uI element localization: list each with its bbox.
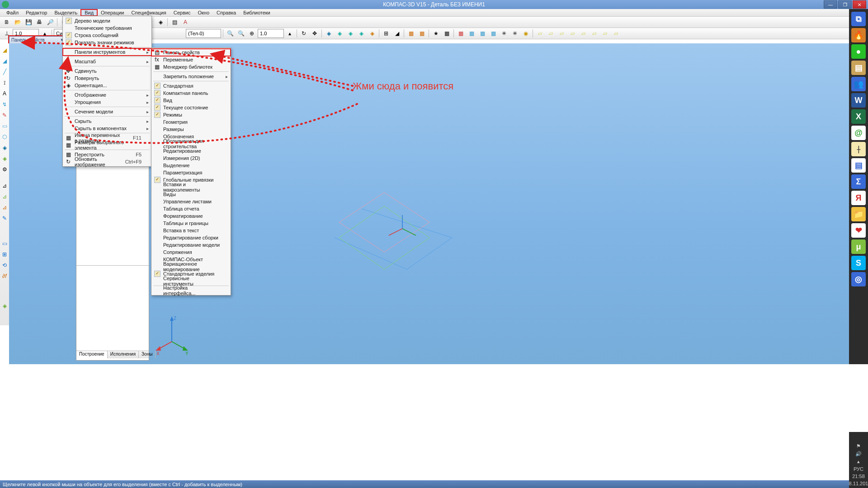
menu-item[interactable]: Скрыть в компонентах xyxy=(63,125,151,132)
menu-редактор[interactable]: Редактор xyxy=(22,9,51,16)
menu-item[interactable]: Закрепить положение xyxy=(151,73,231,80)
menu-item[interactable]: Вставка в текст xyxy=(151,227,231,234)
yandex-icon[interactable]: Я xyxy=(851,191,866,205)
p-3-icon[interactable]: ▱ xyxy=(557,28,566,38)
zoom-input[interactable] xyxy=(258,29,284,38)
group-icon[interactable]: ▦ xyxy=(442,28,452,38)
zoom-window-icon[interactable]: 🔍 xyxy=(236,28,246,38)
menu-файл[interactable]: Файл xyxy=(3,9,22,16)
menu-item[interactable]: ↻Повернуть xyxy=(63,75,151,82)
menu-item[interactable]: Обозначения для строительства xyxy=(151,140,231,147)
rotate-icon[interactable]: ↻ xyxy=(299,28,309,38)
menu-item[interactable]: Скрыть xyxy=(63,117,151,125)
snap-1-icon[interactable]: ⊞ xyxy=(381,28,391,38)
lt-12-icon[interactable]: ⚙ xyxy=(0,164,9,174)
lt-2-icon[interactable]: ◢ xyxy=(0,56,9,66)
menu-item[interactable]: Редактирование xyxy=(151,147,231,155)
lt-9-icon[interactable]: ⬡ xyxy=(0,132,9,142)
menu-item[interactable]: Упрощения xyxy=(63,99,151,106)
lt-14-icon[interactable]: ⊿ xyxy=(0,192,9,202)
app-tile-9-icon[interactable]: ⟊ xyxy=(851,142,866,156)
format-icon[interactable]: A xyxy=(180,17,190,27)
menu-item[interactable]: ✓Стандартная xyxy=(151,82,231,89)
print-icon[interactable]: 🖶 xyxy=(34,17,44,27)
c-5-icon[interactable]: ✳ xyxy=(499,28,509,38)
section-icon[interactable]: ◈ xyxy=(367,28,377,38)
lt-13-icon[interactable]: ⊿ xyxy=(0,181,9,191)
skype-icon[interactable]: S xyxy=(851,256,866,270)
menu-item[interactable]: ✓Дерево модели xyxy=(63,17,151,24)
menu-вид[interactable]: Вид xyxy=(81,9,97,16)
fav-icon[interactable]: ★ xyxy=(431,28,441,38)
wire-icon[interactable]: ◈ xyxy=(335,28,344,38)
excel-icon[interactable]: X xyxy=(851,109,866,124)
app-tile-17-icon[interactable]: ◎ xyxy=(851,272,866,286)
c-6-icon[interactable]: ✳ xyxy=(510,28,520,38)
menu-item[interactable]: ▦Размеры выбранного элемента xyxy=(63,141,151,149)
menu-item[interactable]: ✓Вид xyxy=(151,97,231,104)
c-2-icon[interactable]: ▦ xyxy=(467,28,476,38)
lib-2-icon[interactable]: ▦ xyxy=(417,28,427,38)
menu-item[interactable]: fxПеременные xyxy=(151,56,231,63)
lt-18-icon[interactable]: ⊞ xyxy=(0,249,9,259)
save-icon[interactable]: 💾 xyxy=(24,17,33,27)
app-tile-2-icon[interactable]: 🔥 xyxy=(851,28,866,42)
shade-icon[interactable]: ◈ xyxy=(345,28,355,38)
open-icon[interactable]: 📂 xyxy=(13,17,23,27)
lt-8-icon[interactable]: ▭ xyxy=(0,121,9,131)
lt-3-icon[interactable]: ╱ xyxy=(0,67,9,77)
menu-item[interactable]: Управление листами xyxy=(151,198,231,205)
tree-tab[interactable]: Построение xyxy=(76,351,108,358)
c-7-icon[interactable]: ◉ xyxy=(521,28,531,38)
menu-item[interactable]: Вставки и макроэлементы xyxy=(151,183,231,191)
menu-item[interactable]: ▦Менеджер библиотек xyxy=(151,63,231,70)
sheets-icon[interactable]: ▤ xyxy=(170,17,179,27)
utorrent-icon[interactable]: μ xyxy=(851,239,866,254)
sigma-icon[interactable]: Σ xyxy=(851,174,866,189)
word-icon[interactable]: W xyxy=(851,93,866,108)
new-icon[interactable]: 🗎 xyxy=(2,17,12,27)
p-2-icon[interactable]: ▱ xyxy=(546,28,556,38)
body-combo[interactable] xyxy=(186,29,221,38)
lt-16-icon[interactable]: ✎ xyxy=(0,213,9,223)
menu-item[interactable]: Редактирование сборки xyxy=(151,234,231,241)
p-5-icon[interactable]: ▱ xyxy=(578,28,588,38)
tree-tab[interactable]: Зоны xyxy=(139,351,156,358)
orient-icon[interactable]: ◈ xyxy=(156,17,165,27)
iso-icon[interactable]: ◈ xyxy=(324,28,334,38)
menu-item[interactable]: Технические требования xyxy=(63,24,151,32)
menu-item[interactable]: Размеры xyxy=(151,126,231,133)
menu-item[interactable]: Форматирование xyxy=(151,212,231,220)
lt-17-icon[interactable]: ▭ xyxy=(0,239,9,249)
lt-6-icon[interactable]: ↯ xyxy=(0,99,9,109)
menu-item[interactable]: Измерения (2D) xyxy=(151,155,231,162)
menu-item[interactable]: Параметризация xyxy=(151,169,231,176)
menu-item[interactable]: Виды xyxy=(151,191,231,198)
hidden-icon[interactable]: ◈ xyxy=(356,28,366,38)
menu-спецификация[interactable]: Спецификация xyxy=(128,9,170,16)
menu-item[interactable]: Выделение xyxy=(151,162,231,169)
c-3-icon[interactable]: ▦ xyxy=(477,28,487,38)
menu-item[interactable]: Таблицы и границы xyxy=(151,220,231,227)
tray-flag-icon[interactable]: ⚑ xyxy=(856,443,861,449)
lib-1-icon[interactable]: ▦ xyxy=(406,28,416,38)
lt-20-icon[interactable]: ∂f xyxy=(0,271,9,281)
menu-сервис[interactable]: Сервис xyxy=(170,9,194,16)
menu-item[interactable]: Таблица отчета xyxy=(151,205,231,212)
p-7-icon[interactable]: ▱ xyxy=(600,28,610,38)
menu-библиотеки[interactable]: Библиотеки xyxy=(240,9,274,16)
menu-item[interactable]: ↻Обновить изображениеCtrl+F9 xyxy=(63,158,151,165)
lt-1-icon[interactable]: ◢ xyxy=(0,45,9,55)
maximize-button[interactable]: ❐ xyxy=(838,0,852,9)
app-tile-5-icon[interactable]: 👥 xyxy=(851,77,866,91)
menu-операции[interactable]: Операции xyxy=(97,9,127,16)
lt-15-icon[interactable]: ⊿ xyxy=(0,202,9,212)
minimize-button[interactable]: — xyxy=(824,0,837,9)
lt-10-icon[interactable]: ◈ xyxy=(0,143,9,153)
property-panel-tab[interactable]: Панель свойств xyxy=(9,36,66,44)
pan-icon[interactable]: ✥ xyxy=(310,28,320,38)
tree-tab[interactable]: Исполнения xyxy=(108,351,139,358)
menu-item[interactable]: Сервисные инструменты xyxy=(151,277,231,285)
menu-справка[interactable]: Справка xyxy=(213,9,240,16)
menu-item[interactable]: Вариационное моделирование xyxy=(151,263,231,270)
